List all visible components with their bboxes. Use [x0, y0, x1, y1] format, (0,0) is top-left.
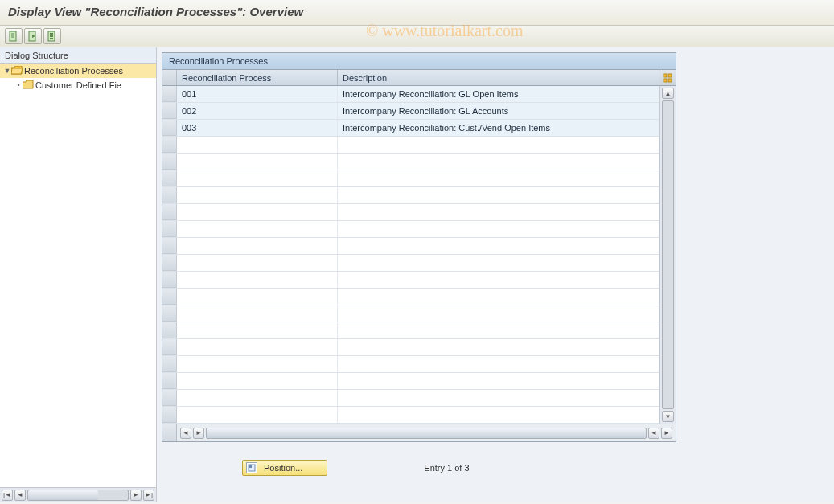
cell-description[interactable] [338, 289, 659, 305]
table-row[interactable] [162, 322, 659, 339]
cell-description[interactable]: Intercompany Reconciliation: Cust./Vend … [338, 120, 659, 136]
tree-item-customer-defined-fields[interactable]: • Customer Defined Fie [0, 78, 156, 92]
vertical-scrollbar[interactable]: ▲ ▼ [659, 86, 676, 424]
cell-description[interactable] [338, 305, 659, 322]
row-selector[interactable] [162, 238, 177, 254]
cell-description[interactable] [338, 137, 659, 153]
cell-description[interactable] [338, 322, 659, 338]
scroll-track[interactable] [206, 428, 647, 439]
cell-description[interactable] [338, 187, 659, 203]
row-selector[interactable] [162, 204, 177, 220]
scroll-left-icon[interactable]: ◄ [180, 428, 191, 439]
tree-toggle-icon[interactable]: ▼ [3, 67, 11, 75]
row-selector[interactable] [162, 289, 177, 305]
cell-description[interactable] [338, 221, 659, 237]
cell-process[interactable] [177, 154, 338, 170]
cell-process[interactable] [177, 356, 338, 372]
tree-horizontal-scrollbar[interactable]: |◄ ◄ ► ►| [0, 487, 156, 502]
scroll-left-icon[interactable]: ◄ [14, 490, 26, 501]
row-selector[interactable] [162, 390, 177, 406]
cell-process[interactable] [177, 170, 338, 186]
scroll-thumb[interactable] [28, 490, 98, 500]
cell-process[interactable] [177, 204, 338, 220]
cell-process[interactable] [177, 187, 338, 203]
row-selector[interactable] [162, 170, 177, 186]
row-selector[interactable] [162, 255, 177, 271]
row-selector[interactable] [162, 154, 177, 170]
cell-description[interactable] [338, 154, 659, 170]
cell-process[interactable] [177, 390, 338, 406]
select-all-handle[interactable] [162, 70, 177, 85]
table-row[interactable] [162, 356, 659, 373]
table-row[interactable] [162, 373, 659, 390]
scroll-track[interactable] [662, 100, 674, 409]
row-selector[interactable] [162, 373, 177, 389]
cell-process[interactable]: 003 [177, 120, 338, 136]
position-button[interactable]: Position... [242, 460, 327, 476]
cell-description[interactable] [338, 373, 659, 389]
row-selector[interactable] [162, 339, 177, 355]
cell-process[interactable] [177, 407, 338, 423]
cell-process[interactable] [177, 322, 338, 338]
cell-process[interactable]: 002 [177, 103, 338, 119]
scroll-up-icon[interactable]: ▲ [662, 88, 674, 99]
table-row[interactable] [162, 390, 659, 407]
scroll-right-icon[interactable]: ► [193, 428, 204, 439]
configure-columns-button[interactable] [659, 70, 676, 85]
table-horizontal-scrollbar[interactable]: ◄ ► ◄ ► [177, 424, 676, 441]
table-row[interactable] [162, 289, 659, 305]
cell-process[interactable] [177, 238, 338, 254]
scroll-down-icon[interactable]: ▼ [662, 411, 674, 422]
cell-process[interactable] [177, 272, 338, 288]
toolbar-button-1[interactable] [5, 28, 23, 44]
row-selector[interactable] [162, 356, 177, 372]
tree-item-reconciliation-processes[interactable]: ▼ Reconciliation Processes [0, 64, 156, 78]
cell-process[interactable] [177, 255, 338, 271]
cell-process[interactable]: 001 [177, 86, 338, 102]
cell-process[interactable] [177, 305, 338, 322]
scroll-left-icon[interactable]: ◄ [648, 428, 659, 439]
table-row[interactable] [162, 255, 659, 272]
scroll-left-start-icon[interactable]: |◄ [2, 490, 13, 501]
scroll-track[interactable] [27, 490, 129, 501]
cell-description[interactable] [338, 407, 659, 423]
cell-process[interactable] [177, 339, 338, 355]
cell-description[interactable]: Intercompany Reconciliation: GL Accounts [338, 103, 659, 119]
row-selector[interactable] [162, 272, 177, 288]
column-header-description[interactable]: Description [338, 70, 659, 85]
scroll-right-icon[interactable]: ► [130, 490, 142, 501]
row-selector[interactable] [162, 322, 177, 338]
table-row[interactable] [162, 305, 659, 322]
toolbar-button-3[interactable] [43, 28, 61, 44]
column-header-process[interactable]: Reconciliation Process [177, 70, 338, 85]
cell-description[interactable]: Intercompany Reconciliation: GL Open Ite… [338, 86, 659, 102]
row-selector[interactable] [162, 86, 177, 102]
cell-process[interactable] [177, 289, 338, 305]
row-selector[interactable] [162, 305, 177, 322]
cell-process[interactable] [177, 137, 338, 153]
cell-process[interactable] [177, 221, 338, 237]
scroll-right-icon[interactable]: ► [661, 428, 672, 439]
table-row[interactable] [162, 170, 659, 187]
toolbar-button-2[interactable] [24, 28, 42, 44]
cell-description[interactable] [338, 255, 659, 271]
table-row[interactable] [162, 204, 659, 221]
table-row[interactable]: 002Intercompany Reconciliation: GL Accou… [162, 103, 659, 120]
table-row[interactable] [162, 187, 659, 204]
cell-description[interactable] [338, 238, 659, 254]
table-row[interactable] [162, 339, 659, 356]
row-selector[interactable] [162, 221, 177, 237]
cell-description[interactable] [338, 170, 659, 186]
cell-description[interactable] [338, 204, 659, 220]
cell-description[interactable] [338, 356, 659, 372]
table-row[interactable] [162, 272, 659, 289]
table-row[interactable] [162, 407, 659, 424]
row-selector[interactable] [162, 407, 177, 423]
row-selector[interactable] [162, 120, 177, 136]
table-row[interactable] [162, 221, 659, 238]
table-row[interactable] [162, 137, 659, 154]
table-row[interactable]: 001Intercompany Reconciliation: GL Open … [162, 86, 659, 103]
cell-description[interactable] [338, 272, 659, 288]
table-row[interactable] [162, 238, 659, 255]
cell-description[interactable] [338, 339, 659, 355]
